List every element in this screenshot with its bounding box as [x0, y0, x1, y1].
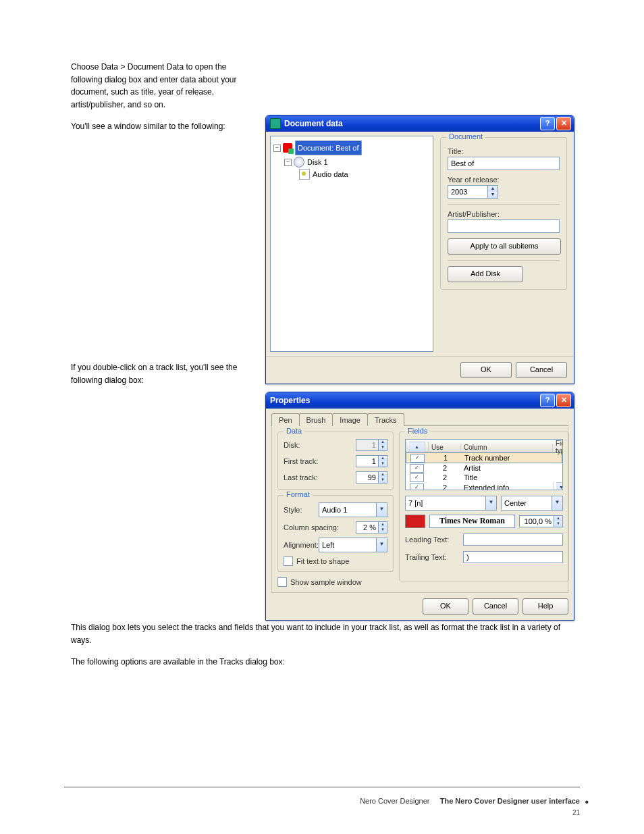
- audio-icon: [299, 169, 310, 180]
- format-value: 7 [n]: [406, 499, 485, 507]
- style-value: Audio 1: [319, 506, 376, 514]
- chevron-down-icon[interactable]: ▼: [376, 538, 387, 552]
- footer-manual: Nero Cover Designer: [360, 797, 429, 805]
- trailing-label: Trailing Text:: [405, 553, 459, 561]
- tree-disk[interactable]: − Disk 1: [273, 157, 430, 167]
- close-button[interactable]: ✕: [556, 117, 571, 130]
- tab-pen[interactable]: Pen: [271, 413, 300, 426]
- leading-input[interactable]: [463, 533, 563, 546]
- page-number: 21: [572, 809, 580, 816]
- fields-table[interactable]: Use Column Field type ▲ ✓ 1 Track number: [405, 439, 563, 490]
- fit-text-checkbox[interactable]: Fit text to shape: [284, 556, 387, 566]
- separator: [448, 204, 560, 205]
- titlebar[interactable]: Document data ? ✕: [266, 115, 574, 132]
- ok-button[interactable]: OK: [460, 362, 512, 378]
- font-size-input[interactable]: [519, 515, 554, 527]
- first-track-input[interactable]: [356, 455, 379, 467]
- first-track-spinner[interactable]: ▲▼: [356, 455, 387, 467]
- colspacing-input[interactable]: [356, 521, 379, 533]
- field-align-select[interactable]: Center ▼: [501, 496, 563, 511]
- low-p2: The following options are available in t…: [71, 656, 574, 669]
- checkbox-icon[interactable]: ✓: [410, 464, 424, 473]
- intro-p1: Choose Data > Document Data to open the …: [71, 61, 257, 111]
- cancel-button[interactable]: Cancel: [473, 598, 518, 615]
- add-disk-button[interactable]: Add Disk: [448, 266, 523, 282]
- table-row[interactable]: ✓ 2 Artist: [406, 463, 562, 473]
- year-input[interactable]: [448, 185, 488, 199]
- spinner-arrows[interactable]: ▲▼: [379, 521, 387, 533]
- titlebar[interactable]: Properties ? ✕: [266, 392, 574, 409]
- colspacing-spinner[interactable]: ▲▼: [356, 521, 387, 533]
- chevron-down-icon[interactable]: ▼: [485, 496, 496, 510]
- table-row[interactable]: ✓ 1 Track number: [406, 452, 562, 463]
- collapse-icon[interactable]: −: [273, 145, 281, 152]
- spinner-arrows[interactable]: ▲▼: [379, 455, 387, 467]
- font-name-button[interactable]: Times New Roman: [429, 515, 515, 528]
- chevron-down-icon[interactable]: ▼: [376, 503, 387, 517]
- tabstrip: Pen Brush Image Tracks: [271, 413, 568, 426]
- scrollbar[interactable]: ▲: [406, 442, 429, 452]
- last-track-input[interactable]: [356, 471, 379, 484]
- checkbox-icon[interactable]: ✓: [410, 454, 425, 463]
- checkbox-icon[interactable]: ✓: [410, 484, 424, 491]
- trailing-input[interactable]: [463, 551, 563, 563]
- fit-text-label: Fit text to shape: [296, 557, 349, 565]
- spinner-arrows[interactable]: ▲▼: [488, 185, 498, 199]
- page-container: Choose Data > Document Data to open the …: [0, 0, 644, 834]
- scrollbar[interactable]: ▼: [553, 482, 562, 490]
- scroll-up-icon[interactable]: ▲: [409, 442, 425, 452]
- style-select[interactable]: Audio 1 ▼: [319, 502, 387, 517]
- table-row[interactable]: ✓ 2 Extended info ▼: [406, 482, 562, 490]
- tab-tracks[interactable]: Tracks: [367, 413, 404, 426]
- col-use: Use: [429, 444, 461, 451]
- tab-image[interactable]: Image: [332, 413, 368, 426]
- leading-label: Leading Text:: [405, 536, 459, 544]
- apply-subitems-button[interactable]: Apply to all subitems: [448, 238, 561, 255]
- tree-root[interactable]: − Document: Best of: [273, 140, 430, 155]
- chevron-down-icon[interactable]: ▼: [552, 496, 562, 510]
- left-column: Data Disk: ▲▼ First track:: [277, 432, 394, 587]
- ok-button[interactable]: OK: [423, 598, 468, 615]
- tree-audio[interactable]: Audio data: [273, 169, 430, 180]
- scroll-down-icon[interactable]: ▼: [556, 482, 562, 490]
- title-input[interactable]: [448, 157, 560, 170]
- tab-brush[interactable]: Brush: [299, 413, 333, 426]
- cell-fieldtype: Title: [461, 473, 553, 481]
- field-format-row: 7 [n] ▼ Center ▼: [405, 496, 563, 511]
- spinner-arrows[interactable]: ▲▼: [554, 515, 563, 527]
- help-button[interactable]: Help: [522, 598, 568, 615]
- document-tree[interactable]: − Document: Best of − Disk 1 Audio data: [270, 136, 433, 352]
- checkbox-icon[interactable]: [284, 556, 293, 566]
- year-spinner[interactable]: ▲▼: [448, 185, 560, 199]
- cancel-button[interactable]: Cancel: [516, 362, 567, 378]
- cell-column: 2: [429, 484, 461, 490]
- last-track-spinner[interactable]: ▲▼: [356, 471, 387, 484]
- cell-column: 2: [429, 464, 461, 472]
- disk-spinner: ▲▼: [356, 439, 387, 451]
- font-size-spinner[interactable]: ▲▼: [519, 515, 563, 527]
- up-arrow-icon[interactable]: ▲: [488, 186, 498, 192]
- trailing-text-row: Trailing Text:: [405, 551, 563, 563]
- color-swatch[interactable]: [405, 515, 425, 528]
- table-row[interactable]: ✓ 2 Title: [406, 473, 562, 482]
- leading-text-row: Leading Text:: [405, 533, 563, 546]
- help-button[interactable]: ?: [540, 394, 555, 407]
- down-arrow-icon[interactable]: ▼: [488, 192, 498, 198]
- cell-fieldtype: Artist: [461, 464, 553, 472]
- year-label: Year of release:: [448, 176, 560, 184]
- checkbox-icon[interactable]: ✓: [410, 473, 424, 482]
- show-sample-checkbox[interactable]: Show sample window: [277, 577, 394, 587]
- style-label: Style:: [284, 506, 302, 514]
- collapse-icon[interactable]: −: [284, 159, 292, 166]
- format-select[interactable]: 7 [n] ▼: [405, 496, 497, 511]
- close-button[interactable]: ✕: [556, 394, 571, 407]
- last-track-label: Last track:: [284, 473, 318, 481]
- window-title: Document data: [284, 119, 539, 128]
- checkbox-icon[interactable]: [277, 577, 287, 587]
- alignment-select[interactable]: Left ▼: [319, 538, 387, 552]
- format-legend: Format: [284, 490, 313, 498]
- artist-input[interactable]: [448, 219, 560, 233]
- tree-audio-label: Audio data: [313, 170, 348, 178]
- help-button[interactable]: ?: [540, 117, 555, 130]
- spinner-arrows[interactable]: ▲▼: [379, 471, 387, 484]
